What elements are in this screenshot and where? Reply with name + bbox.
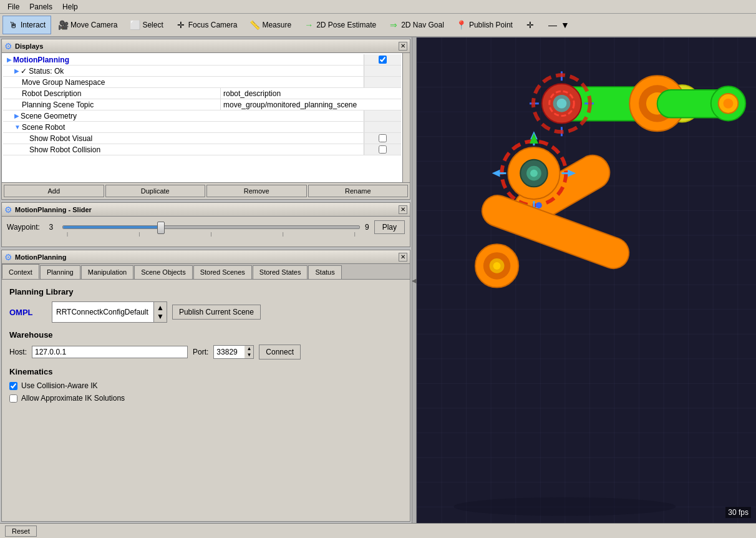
tree-checkbox-show-visual[interactable] <box>379 134 387 142</box>
focus-camera-button[interactable]: ✛ Focus Camera <box>170 16 243 34</box>
tree-row-robot-desc[interactable]: Robot Description robot_description <box>3 88 401 99</box>
tab-context[interactable]: Context <box>2 264 39 279</box>
approximate-ik-checkbox[interactable] <box>9 394 17 403</box>
remove-button[interactable]: Remove <box>206 185 307 197</box>
play-button[interactable]: Play <box>374 220 405 234</box>
select-button[interactable]: ⬜ Select <box>124 16 168 34</box>
tree-row-scene-robot[interactable]: ▼ Scene Robot <box>3 122 401 133</box>
port-label: Port: <box>193 348 208 356</box>
planning-library-title: Planning Library <box>9 287 402 296</box>
tree-row-show-visual[interactable]: Show Robot Visual <box>3 133 401 144</box>
tree-label-namespace: Move Group Namespace <box>22 78 105 87</box>
measure-icon: 📏 <box>250 20 259 30</box>
tab-manipulation[interactable]: Manipulation <box>81 265 133 279</box>
viewport[interactable]: 30 fps <box>417 37 756 523</box>
slider-panel-title: MotionPlanning - Slider <box>15 206 396 213</box>
tree-label-scene-robot: Scene Robot <box>22 123 65 132</box>
tree-arrow-mp: ▶ <box>7 56 12 63</box>
tree-row-namespace[interactable]: Move Group Namespace <box>3 77 401 88</box>
displays-close-button[interactable]: ✕ <box>399 42 407 51</box>
rename-button[interactable]: Rename <box>308 185 409 197</box>
tree-checkbox-show-collision[interactable] <box>379 145 387 154</box>
displays-content: ▶ MotionPlanning ▶ ✓ Status: Ok <box>2 53 410 182</box>
tree-row-scene-geo[interactable]: ▶ Scene Geometry <box>3 110 401 122</box>
slider-panel-icon: ⚙ <box>4 205 12 215</box>
interact-icon: 🖱 <box>8 20 18 30</box>
svg-point-41 <box>493 262 501 270</box>
tool-dropdown-icon: ▼ <box>560 20 570 30</box>
algorithm-arrow[interactable]: ▲▼ <box>153 302 167 322</box>
add-tool-button[interactable]: ✛ <box>520 16 541 34</box>
menu-bar: File Panels Help <box>0 0 756 14</box>
collision-aware-label: Use Collision-Aware IK <box>21 381 98 390</box>
tree-row-planning-topic[interactable]: Planning Scene Topic move_group/monitore… <box>3 99 401 110</box>
focus-camera-icon: ✛ <box>176 20 186 30</box>
collision-aware-checkbox[interactable] <box>9 382 17 390</box>
reset-button[interactable]: Reset <box>5 526 37 537</box>
slider-content: Waypoint: 3 | | | | | 9 Play <box>2 217 410 238</box>
slider-panel: ⚙ MotionPlanning - Slider ✕ Waypoint: 3 … <box>1 202 410 247</box>
tree-row-show-collision[interactable]: Show Robot Collision <box>3 144 401 155</box>
collapse-handle[interactable]: ◀ <box>412 37 417 523</box>
tree-row-status[interactable]: ▶ ✓ Status: Ok <box>3 66 401 77</box>
tab-status[interactable]: Status <box>308 265 341 279</box>
robot-visualization <box>417 37 756 523</box>
port-input[interactable] <box>213 345 245 359</box>
pose-estimate-button[interactable]: → 2D Pose Estimate <box>298 16 382 34</box>
tree-arrow-scene-robot: ▼ <box>14 124 21 130</box>
host-label: Host: <box>9 348 27 356</box>
displays-scrollbar[interactable] <box>402 53 410 182</box>
tree-label-status: ✓ Status: Ok <box>21 67 64 76</box>
displays-buttons: Add Duplicate Remove Rename <box>2 182 410 199</box>
tool-options-button[interactable]: — ▼ <box>542 16 576 34</box>
svg-point-6 <box>557 99 567 109</box>
move-camera-icon: 🎥 <box>58 20 68 30</box>
host-input[interactable] <box>32 346 188 358</box>
tab-stored-states[interactable]: Stored States <box>253 265 308 279</box>
pose-estimate-icon: → <box>304 20 314 30</box>
add-button[interactable]: Add <box>4 185 104 197</box>
port-spin-down[interactable]: ▼ <box>245 352 253 358</box>
tree-checkbox-mp[interactable] <box>379 56 387 64</box>
move-camera-button[interactable]: 🎥 Move Camera <box>52 16 123 34</box>
tab-stored-scenes[interactable]: Stored Scenes <box>193 265 252 279</box>
waypoint-label: Waypoint: <box>7 223 40 232</box>
host-port-row: Host: Port: ▲ ▼ Connect <box>9 345 402 359</box>
duplicate-button[interactable]: Duplicate <box>105 185 206 197</box>
add-tool-icon: ✛ <box>525 20 535 30</box>
tab-planning[interactable]: Planning <box>40 265 80 279</box>
tree-label-mp: MotionPlanning <box>13 56 69 64</box>
displays-tree[interactable]: ▶ MotionPlanning ▶ ✓ Status: Ok <box>2 53 402 182</box>
tree-row-motionplanning[interactable]: ▶ MotionPlanning <box>3 54 401 66</box>
publish-point-button[interactable]: 📍 Publish Point <box>451 16 518 34</box>
algorithm-input[interactable] <box>52 306 153 318</box>
publish-point-icon: 📍 <box>457 20 467 30</box>
port-spin-up[interactable]: ▲ <box>245 346 253 352</box>
menu-file[interactable]: File <box>2 1 24 12</box>
algorithm-dropdown[interactable]: ▲▼ <box>52 301 167 323</box>
nav-goal-button[interactable]: ⇒ 2D Nav Goal <box>383 16 450 34</box>
displays-panel: ⚙ Displays ✕ ▶ MotionPlanning <box>1 39 410 200</box>
interact-button[interactable]: 🖱 Interact <box>2 16 51 34</box>
approximate-ik-label: Allow Approximate IK Solutions <box>21 394 125 403</box>
warehouse-section: Warehouse Host: Port: ▲ ▼ Connect <box>9 330 402 359</box>
menu-panels[interactable]: Panels <box>24 1 57 12</box>
mp-close-button[interactable]: ✕ <box>399 253 407 262</box>
slider-close-button[interactable]: ✕ <box>399 205 407 214</box>
slider-track[interactable]: | | | | | <box>62 225 360 229</box>
select-icon: ⬜ <box>130 20 140 30</box>
warehouse-title: Warehouse <box>9 330 402 340</box>
toolbar: 🖱 Interact 🎥 Move Camera ⬜ Select ✛ Focu… <box>0 14 756 37</box>
tree-label-show-visual: Show Robot Visual <box>29 134 92 143</box>
measure-button[interactable]: 📏 Measure <box>244 16 297 34</box>
menu-help[interactable]: Help <box>57 1 83 12</box>
tool-options-icon: — <box>548 20 558 30</box>
tab-scene-objects[interactable]: Scene Objects <box>134 265 193 279</box>
left-panel: ⚙ Displays ✕ ▶ MotionPlanning <box>0 37 412 523</box>
connect-button[interactable]: Connect <box>259 345 301 359</box>
displays-panel-header: ⚙ Displays ✕ <box>2 39 410 53</box>
slider-max: 9 <box>365 223 369 232</box>
svg-point-42 <box>453 497 676 516</box>
tree-arrow-status: ▶ <box>14 67 19 74</box>
publish-scene-button[interactable]: Publish Current Scene <box>172 305 261 320</box>
